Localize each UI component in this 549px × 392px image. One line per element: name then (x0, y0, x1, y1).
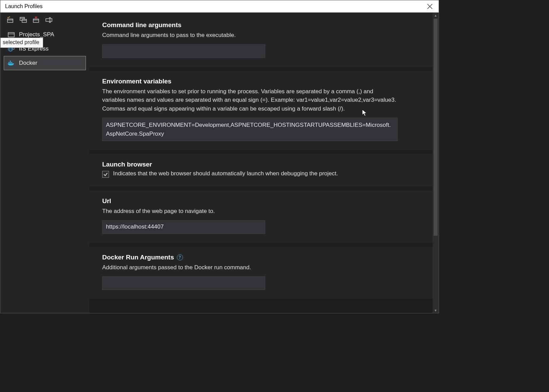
svg-rect-25 (10, 61, 11, 62)
main-panel: Command line arguments Command line argu… (89, 13, 439, 313)
section-docker-run-arguments: Docker Run Arguments ? Additional argume… (89, 247, 433, 299)
duplicate-icon (20, 16, 27, 23)
profile-label: Projects_SPA (19, 31, 54, 38)
url-input[interactable]: https://localhost:44407 (102, 220, 265, 234)
delete-profile-button[interactable] (32, 16, 40, 23)
section-title: Launch browser (102, 161, 420, 168)
project-icon (7, 31, 15, 38)
svg-rect-16 (8, 33, 14, 37)
scroll-thumb[interactable] (434, 19, 438, 236)
scroll-area[interactable]: Command line arguments Command line argu… (89, 13, 433, 313)
svg-rect-23 (10, 62, 11, 63)
sidebar: selected profile Projects_SPA (0, 13, 89, 313)
titlebar: Launch Profiles (0, 0, 439, 13)
svg-rect-2 (7, 19, 13, 22)
tooltip: selected profile (0, 38, 43, 48)
checkmark-icon (103, 172, 108, 177)
docker-run-arguments-input[interactable] (102, 276, 265, 290)
environment-variables-input[interactable]: ASPNETCORE_ENVIRONMENT=Development,ASPNE… (102, 118, 398, 141)
launch-profiles-window: Launch Profiles (0, 0, 439, 313)
svg-rect-12 (46, 19, 52, 21)
section-launch-browser: Launch browser Indicates that the web br… (89, 154, 433, 187)
svg-rect-8 (33, 19, 39, 22)
window-title: Launch Profiles (5, 3, 42, 9)
checkbox-label: Indicates that the web browser should au… (113, 170, 338, 177)
section-desc: Command line arguments to pass to the ex… (102, 31, 420, 40)
profile-item-docker[interactable]: Docker (4, 56, 86, 70)
delete-icon (33, 16, 40, 23)
window-body: selected profile Projects_SPA (0, 13, 439, 313)
section-desc: Additional arguments passed to the Docke… (102, 263, 420, 272)
profile-list: Projects_SPA IIS Express (0, 26, 89, 70)
section-title: Docker Run Arguments ? (102, 254, 420, 261)
help-icon[interactable]: ? (177, 254, 183, 260)
rename-profile-button[interactable] (45, 16, 53, 23)
section-desc: The address of the web page to navigate … (102, 207, 420, 216)
svg-rect-24 (11, 62, 12, 63)
launch-browser-checkbox[interactable] (102, 171, 109, 178)
section-command-line-arguments: Command line arguments Command line argu… (89, 13, 433, 67)
launch-browser-row: Indicates that the web browser should au… (102, 170, 420, 178)
scroll-down-button[interactable]: ▼ (433, 308, 439, 313)
new-profile-button[interactable] (6, 16, 15, 23)
svg-rect-22 (8, 62, 10, 63)
section-title: Command line arguments (102, 21, 420, 29)
vertical-scrollbar[interactable]: ▲ ▼ (433, 13, 439, 313)
section-title-text: Docker Run Arguments (102, 254, 174, 261)
duplicate-profile-button[interactable] (19, 16, 28, 23)
svg-rect-6 (22, 19, 26, 22)
new-profile-icon (7, 16, 14, 23)
profile-label: Docker (19, 60, 37, 66)
scroll-up-button[interactable]: ▲ (433, 13, 439, 18)
section-desc: The environment variables to set prior t… (102, 87, 398, 113)
sidebar-toolbar (0, 13, 89, 26)
section-url: Url The address of the web page to navig… (89, 191, 433, 243)
section-environment-variables: Environment variables The environment va… (89, 71, 433, 150)
section-title: Url (102, 197, 420, 205)
close-button[interactable] (424, 4, 435, 9)
docker-icon (7, 60, 15, 66)
close-icon (427, 4, 433, 9)
section-title: Environment variables (102, 78, 420, 85)
command-line-arguments-input[interactable] (102, 44, 265, 58)
rename-icon (45, 16, 53, 23)
